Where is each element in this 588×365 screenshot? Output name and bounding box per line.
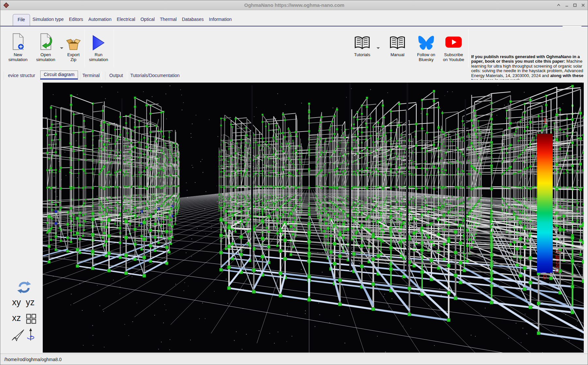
rotate-axis-icon[interactable] [26, 327, 35, 341]
plane-yz-button[interactable]: yz [26, 297, 35, 308]
new-simulation-button[interactable]: Newsimulation [6, 30, 30, 62]
menu-optical[interactable]: Optical [138, 14, 157, 26]
tab-circuit-diagram[interactable]: Circuit diagram [40, 71, 78, 80]
menu-thermal[interactable]: Thermal [157, 14, 179, 26]
new-sim-label: New [6, 53, 30, 57]
oghmanano-window: { "window": { "title": "OghmaNano https:… [0, 0, 588, 365]
menu-information[interactable]: Information [206, 14, 234, 26]
maximize-icon[interactable] [573, 3, 577, 7]
minimize-icon[interactable] [565, 3, 569, 7]
statusbar: /home/rod/oghma/oghma8.0 [0, 354, 588, 365]
colorbar-axis-label: Circuit [] [554, 134, 561, 273]
titlebar[interactable]: OghmaNano https://www.oghma-nano.com [0, 0, 588, 10]
tab-tutorials-documentation[interactable]: Tutorials/Documentation [130, 71, 180, 80]
close-icon[interactable] [581, 3, 585, 7]
tab-device-structure[interactable]: evice structur [4, 71, 39, 80]
run-play-icon [86, 30, 111, 51]
menu-electrical[interactable]: Electrical [114, 14, 138, 26]
open-simulation-button[interactable]: Opensimulation [33, 30, 58, 62]
window-title: OghmaNano https://www.oghma-nano.com [0, 0, 588, 10]
tab-terminal[interactable]: Terminal [80, 71, 102, 80]
plane-xz-button[interactable]: xz [12, 313, 21, 323]
youtube-icon [441, 30, 466, 51]
colorbar-min-label: 0 [537, 273, 553, 281]
colorbar-gradient [537, 134, 553, 273]
menubar: File Simulation type Editors Automation … [0, 10, 588, 26]
view-tabbar: evice structur Circuit diagram Terminal … [0, 71, 588, 80]
toolbar-separator [85, 29, 85, 68]
circuit-3d-view[interactable] [43, 83, 584, 353]
citation-bold: If you publish results generated with Og… [471, 54, 580, 64]
tab-output[interactable]: Output [105, 71, 127, 80]
export-zip-button[interactable]: ExportZip [61, 30, 86, 62]
toolbar-separator [114, 29, 114, 68]
shade-window-icon[interactable] [557, 3, 561, 7]
menu-simulation-type[interactable]: Simulation type [30, 14, 67, 26]
plane-xy-button[interactable]: xy [12, 297, 21, 308]
colorbar-max-label: 1 [537, 117, 553, 124]
menu-file[interactable]: File [13, 14, 30, 26]
menu-databases[interactable]: Databases [179, 14, 206, 26]
youtube-button[interactable]: Subscribeon Youtube [441, 30, 466, 62]
book-icon [385, 30, 410, 51]
run-simulation-button[interactable]: Runsimulation [86, 30, 111, 62]
toolbar-separator [468, 29, 469, 68]
manual-button[interactable]: Manual [385, 30, 410, 57]
toolbar: Newsimulation Opensimulation ExportZip [0, 26, 588, 71]
current-path: /home/rod/oghma/oghma8.0 [4, 354, 62, 365]
refresh-view-icon[interactable] [17, 280, 32, 294]
tutorials-dropdown-caret[interactable] [377, 47, 380, 49]
grid-view-icon[interactable] [26, 314, 36, 324]
menu-editors[interactable]: Editors [66, 14, 86, 26]
bluesky-button[interactable]: Follow onBluesky [414, 30, 439, 62]
bluesky-butterfly-icon [414, 30, 439, 51]
paper-plane-icon[interactable] [11, 329, 24, 341]
open-document-icon [33, 30, 58, 51]
book-icon [350, 30, 375, 51]
export-box-icon [61, 30, 86, 51]
new-document-icon [6, 30, 30, 51]
tutorials-button[interactable]: Tutorials [350, 30, 375, 57]
menu-automation[interactable]: Automation [86, 14, 114, 26]
